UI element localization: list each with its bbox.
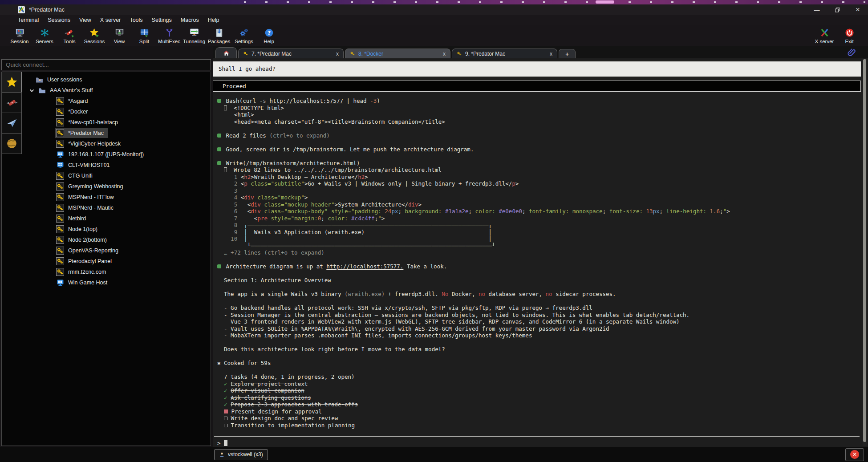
menu-item-help[interactable]: Help: [203, 16, 224, 24]
menu-item-sessions[interactable]: Sessions: [43, 16, 75, 24]
session-item-win-game-host[interactable]: Win Game Host: [24, 277, 211, 288]
tab-9-predator-mac[interactable]: 9. *Predator Mac x: [452, 49, 557, 58]
tool-bullet-icon: [217, 264, 221, 268]
terminal-area[interactable]: Shall I go ahead?Proceed Bash(curl -s ht…: [213, 58, 868, 447]
toolbar-button-settings[interactable]: Settings: [231, 28, 256, 44]
key-icon: [56, 247, 64, 255]
key-icon: [56, 182, 64, 190]
session-item-vigilcyber-helpdesk[interactable]: *VigilCyber-Helpdesk: [24, 138, 211, 149]
menu-item-x-server[interactable]: X server: [96, 16, 126, 24]
toolbar-button-label: Split: [139, 39, 149, 44]
kill-terminal-button[interactable]: ✕: [845, 448, 864, 461]
sessions-star-icon: [6, 76, 18, 88]
terminal-line: 2 <p class="subtitle">Go + Wails v3 | Wi…: [213, 180, 861, 187]
sidebar-strip-sessions-star[interactable]: [2, 72, 22, 93]
terminal-line: Write(/tmp/brainstorm/architecture.html): [213, 160, 861, 167]
terminal-scrollbar[interactable]: [863, 59, 867, 446]
toolbar-button-servers[interactable]: Servers: [32, 28, 57, 44]
session-item-asgard[interactable]: *Asgard: [24, 96, 211, 106]
menu-item-macros[interactable]: Macros: [176, 16, 203, 24]
tab-close-icon[interactable]: x: [443, 51, 446, 57]
toolbar-button-help[interactable]: ?Help: [256, 28, 281, 44]
terminal-line: └───────────────────────────────────────…: [213, 243, 861, 250]
tab-7-predator-mac[interactable]: 7. *Predator Mac x: [238, 49, 344, 58]
status-bar: vstockwell (x3) ✕: [0, 447, 868, 462]
toolbar-button-split[interactable]: Split: [132, 28, 157, 44]
sidebar-strip-send-plane[interactable]: [2, 113, 22, 134]
session-item-predator-mac[interactable]: *Predator Mac: [24, 128, 211, 138]
attachments-paperclip-icon[interactable]: [847, 48, 856, 57]
terminal-line: <html>: [213, 111, 861, 118]
menu-item-view[interactable]: View: [75, 16, 96, 24]
toolbar-button-session[interactable]: Session: [7, 28, 32, 44]
session-item-node-1-top[interactable]: Node 1(top): [24, 224, 211, 235]
sidebar-strip-tools-knife[interactable]: [2, 92, 22, 113]
scrollbar-thumb[interactable]: [863, 59, 866, 442]
session-item-user-sessions[interactable]: User sessions: [24, 74, 211, 85]
tools-knife-icon: [6, 97, 18, 109]
session-item-docker[interactable]: *Docker: [24, 106, 211, 117]
session-item-label: AAA Vantz's Stuff: [50, 87, 93, 93]
window-restore-button[interactable]: [827, 4, 848, 15]
terminal-line: 7 tasks (4 done, 1 in progress, 2 open): [213, 373, 861, 381]
toolbar-button-view[interactable]: View: [107, 28, 132, 44]
tab-close-icon[interactable]: x: [336, 51, 339, 57]
terminal-output: Shall I go ahead?Proceed Bash(curl -s ht…: [213, 58, 861, 447]
session-item-aaa-vantz-s-stuff[interactable]: AAA Vantz's Stuff: [24, 85, 211, 96]
session-item-openvas-reporting[interactable]: OpenVAS-Reporting: [24, 245, 211, 256]
rdp-icon: [56, 150, 64, 158]
toolbar-button-label: Session: [11, 39, 29, 44]
window-minimize-button[interactable]: —: [807, 4, 827, 15]
session-item-label: Node 2(bottom): [68, 237, 107, 243]
quick-connect-input[interactable]: [1, 59, 211, 70]
session-item-ctg-unifi[interactable]: CTG Unifi: [24, 170, 211, 181]
chevron-down-icon[interactable]: [29, 88, 35, 93]
toolbar-button-multiexec[interactable]: MultiExec: [157, 28, 182, 44]
prompt-line[interactable]: >: [213, 438, 861, 447]
session-item-mspnerd-mautic[interactable]: MSPNerd - Mautic: [24, 203, 211, 213]
session-item-node-2-bottom[interactable]: Node 2(bottom): [24, 235, 211, 245]
toolbar-button-sessions[interactable]: Sessions: [82, 28, 107, 44]
window-close-button[interactable]: ×: [848, 4, 868, 15]
toolbar-button-label: Help: [264, 39, 274, 44]
new-tab-button[interactable]: +: [559, 49, 576, 58]
tab-home[interactable]: [215, 47, 237, 58]
terminal-line: … +72 lines (ctrl+o to expand): [213, 249, 861, 256]
toolbar-button-tunneling[interactable]: Tunneling: [182, 28, 207, 44]
session-item-greyming-webhosting[interactable]: Greyming Webhosting: [24, 181, 211, 192]
toolbar-button-exit[interactable]: Exit: [837, 28, 862, 44]
key-icon: [56, 97, 64, 105]
session-tree: User sessionsAAA Vantz's Stuff*Asgard*Do…: [24, 74, 211, 446]
toolbar-button-label: Sessions: [84, 39, 105, 44]
menu-item-settings[interactable]: Settings: [147, 16, 176, 24]
session-item-rmm-t2cnc-com[interactable]: rmm.t2cnc.com: [24, 267, 211, 277]
terminal-line: - Vue 3 frontend renders in WebView2 wit…: [213, 318, 861, 325]
session-item-new-cp01-heistacp[interactable]: *New-cp01-heistacp: [24, 117, 211, 128]
tab-8-docker[interactable]: 8. *Docker x: [345, 49, 450, 58]
ssh-key-icon: [243, 51, 248, 57]
session-tree-panel: User sessionsAAA Vantz's Stuff*Asgard*Do…: [1, 72, 211, 446]
toolbar-button-x-server[interactable]: X server: [812, 28, 837, 44]
tab-close-icon[interactable]: x: [550, 51, 552, 57]
toolbar-button-packages[interactable]: Packages: [207, 28, 231, 44]
session-item-label: Node 1(top): [68, 226, 97, 232]
toolbar-button-tools[interactable]: Tools: [57, 28, 82, 44]
terminal-line: Bash(curl -s http://localhost:57577 | he…: [213, 97, 861, 105]
background-window-highlight: [596, 0, 614, 4]
menu-item-tools[interactable]: Tools: [125, 16, 147, 24]
session-item-192-168-1-107-ups-monitor[interactable]: 192.168.1.107 ([UPS-Monitor]): [24, 149, 211, 160]
session-item-clt-vmhost01[interactable]: CLT-VMHOST01: [24, 160, 211, 170]
tools-icon: [65, 28, 75, 38]
toolbar-button-label: Packages: [208, 39, 231, 44]
session-item-pterodactyl-panel[interactable]: Pterodactyl Panel: [24, 256, 211, 267]
terminal-line: ✓ Ask clarifying questions: [213, 394, 861, 401]
separator-line: [214, 436, 860, 437]
proceed-option[interactable]: Proceed: [213, 81, 861, 92]
title-bar: *Predator Mac — ×: [0, 4, 868, 15]
terminal-line: Good, screen dir is /tmp/brainstorm. Let…: [213, 146, 861, 153]
session-item-netbird[interactable]: Netbird: [24, 213, 211, 224]
session-item-mspnerd-itflow[interactable]: MSPNerd - ITFlow: [24, 192, 211, 203]
status-session-tab[interactable]: vstockwell (x3): [214, 449, 268, 460]
sidebar-strip-web-globe[interactable]: [2, 133, 22, 154]
menu-item-terminal[interactable]: Terminal: [13, 16, 43, 24]
